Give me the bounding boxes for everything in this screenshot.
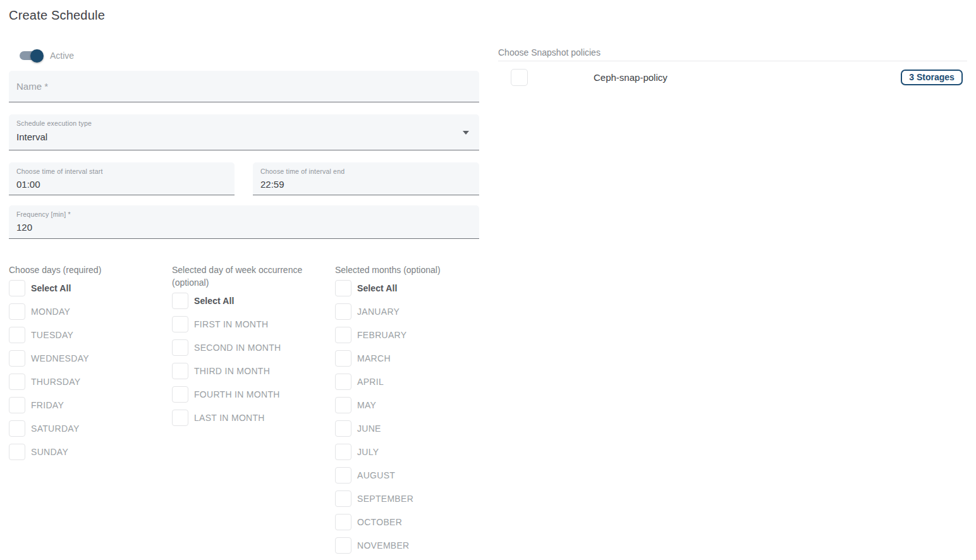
create-schedule-page: Create Schedule Active Schedule executio… bbox=[0, 0, 976, 560]
checkbox[interactable] bbox=[9, 280, 25, 296]
execution-type-value: Interval bbox=[16, 131, 47, 142]
occurrence-header: Selected day of week occurrence (optiona… bbox=[172, 264, 331, 289]
policy-row[interactable]: Ceph-snap-policy 3 Storages bbox=[498, 61, 967, 93]
checkbox[interactable] bbox=[335, 350, 351, 367]
month-option[interactable]: NOVEMBER bbox=[335, 537, 494, 554]
day-option-label: SATURDAY bbox=[31, 423, 80, 434]
checkbox[interactable] bbox=[335, 327, 351, 343]
policy-checkbox[interactable] bbox=[511, 69, 528, 86]
day-option-label: TUESDAY bbox=[31, 330, 73, 340]
select-all-label: Select All bbox=[31, 283, 71, 293]
occurrence-section: Selected day of week occurrence (optiona… bbox=[172, 264, 331, 433]
month-option-label: OCTOBER bbox=[357, 517, 402, 527]
checkbox[interactable] bbox=[9, 303, 25, 320]
month-option[interactable]: APRIL bbox=[335, 374, 494, 390]
occurrence-option[interactable]: THIRD IN MONTH bbox=[172, 363, 331, 379]
month-option-label: JUNE bbox=[357, 423, 381, 434]
execution-type-select[interactable]: Schedule execution type Interval bbox=[9, 114, 479, 150]
checkbox[interactable] bbox=[335, 420, 351, 437]
checkbox[interactable] bbox=[9, 350, 25, 367]
month-option-label: JULY bbox=[357, 447, 379, 457]
frequency-field[interactable]: Frequency [min] * 120 bbox=[9, 205, 479, 239]
checkbox[interactable] bbox=[9, 327, 25, 343]
day-option[interactable]: FRIDAY bbox=[9, 397, 168, 413]
active-toggle[interactable]: Active bbox=[20, 49, 74, 63]
month-option-label: APRIL bbox=[357, 377, 384, 387]
checkbox[interactable] bbox=[335, 280, 351, 296]
day-option[interactable]: SATURDAY bbox=[9, 420, 168, 437]
day-option[interactable]: THURSDAY bbox=[9, 374, 168, 390]
month-option-label: MAY bbox=[357, 400, 376, 410]
month-option-label: MARCH bbox=[357, 353, 391, 363]
occurrence-select-all[interactable]: Select All bbox=[172, 293, 331, 309]
checkbox[interactable] bbox=[335, 514, 351, 530]
checkbox[interactable] bbox=[335, 397, 351, 413]
checkbox[interactable] bbox=[9, 420, 25, 437]
month-option[interactable]: AUGUST bbox=[335, 467, 494, 484]
days-header: Choose days (required) bbox=[9, 264, 168, 276]
checkbox[interactable] bbox=[335, 303, 351, 320]
interval-start-field[interactable]: Choose time of interval start 01:00 bbox=[9, 162, 235, 195]
toggle-track[interactable] bbox=[20, 51, 42, 60]
interval-end-value[interactable]: 22:59 bbox=[260, 179, 284, 190]
months-section: Selected months (optional) Select All JA… bbox=[335, 264, 494, 560]
occurrence-option[interactable]: FIRST IN MONTH bbox=[172, 316, 331, 332]
months-select-all[interactable]: Select All bbox=[335, 280, 494, 296]
interval-end-field[interactable]: Choose time of interval end 22:59 bbox=[253, 162, 479, 195]
checkbox[interactable] bbox=[9, 444, 25, 460]
frequency-value[interactable]: 120 bbox=[16, 222, 32, 233]
month-option[interactable]: JANUARY bbox=[335, 303, 494, 320]
day-option-label: THURSDAY bbox=[31, 377, 80, 387]
name-input[interactable] bbox=[9, 71, 479, 102]
month-option[interactable]: SEPTEMBER bbox=[335, 490, 494, 507]
month-option-label: JANUARY bbox=[357, 307, 400, 317]
checkbox[interactable] bbox=[335, 467, 351, 484]
days-list: MONDAY TUESDAY WEDNESDAY THURSDAY bbox=[9, 303, 168, 460]
days-select-all[interactable]: Select All bbox=[9, 280, 168, 296]
month-option[interactable]: JUNE bbox=[335, 420, 494, 437]
interval-start-value[interactable]: 01:00 bbox=[16, 179, 40, 190]
checkbox[interactable] bbox=[172, 293, 188, 309]
checkbox[interactable] bbox=[172, 386, 188, 403]
checkbox[interactable] bbox=[172, 410, 188, 426]
toggle-thumb bbox=[30, 49, 44, 63]
day-option[interactable]: SUNDAY bbox=[9, 444, 168, 460]
checkbox[interactable] bbox=[9, 374, 25, 390]
month-option[interactable]: MAY bbox=[335, 397, 494, 413]
day-option[interactable]: MONDAY bbox=[9, 303, 168, 320]
month-option[interactable]: FEBRUARY bbox=[335, 327, 494, 343]
frequency-label: Frequency [min] * bbox=[16, 210, 71, 218]
day-option[interactable]: WEDNESDAY bbox=[9, 350, 168, 367]
checkbox[interactable] bbox=[335, 490, 351, 507]
policy-name: Ceph-snap-policy bbox=[594, 72, 668, 83]
checkbox[interactable] bbox=[172, 363, 188, 379]
days-section: Choose days (required) Select All MONDAY… bbox=[9, 264, 168, 467]
page-title: Create Schedule bbox=[9, 8, 105, 23]
name-field[interactable] bbox=[9, 71, 479, 102]
checkbox[interactable] bbox=[172, 339, 188, 356]
checkbox[interactable] bbox=[335, 537, 351, 554]
month-option-label: NOVEMBER bbox=[357, 540, 410, 551]
occurrence-option[interactable]: LAST IN MONTH bbox=[172, 410, 331, 426]
day-option[interactable]: TUESDAY bbox=[9, 327, 168, 343]
month-option[interactable]: OCTOBER bbox=[335, 514, 494, 530]
month-option[interactable]: MARCH bbox=[335, 350, 494, 367]
occurrence-option-label: THIRD IN MONTH bbox=[194, 366, 270, 376]
checkbox[interactable] bbox=[335, 374, 351, 390]
occurrence-option-label: FOURTH IN MONTH bbox=[194, 389, 280, 399]
checkbox[interactable] bbox=[335, 444, 351, 460]
active-toggle-label: Active bbox=[50, 51, 74, 61]
checkbox[interactable] bbox=[9, 397, 25, 413]
months-header: Selected months (optional) bbox=[335, 264, 494, 276]
snapshot-policies-header: Choose Snapshot policies bbox=[498, 47, 601, 58]
month-option-label: SEPTEMBER bbox=[357, 494, 413, 504]
select-all-label: Select All bbox=[357, 283, 398, 293]
occurrence-option[interactable]: SECOND IN MONTH bbox=[172, 339, 331, 356]
occurrence-option[interactable]: FOURTH IN MONTH bbox=[172, 386, 331, 403]
interval-start-label: Choose time of interval start bbox=[16, 167, 103, 175]
months-list: JANUARY FEBRUARY MARCH APRIL bbox=[335, 303, 494, 554]
month-option[interactable]: JULY bbox=[335, 444, 494, 460]
checkbox[interactable] bbox=[172, 316, 188, 332]
storages-count-button[interactable]: 3 Storages bbox=[901, 70, 963, 85]
occurrence-option-label: LAST IN MONTH bbox=[194, 413, 265, 423]
